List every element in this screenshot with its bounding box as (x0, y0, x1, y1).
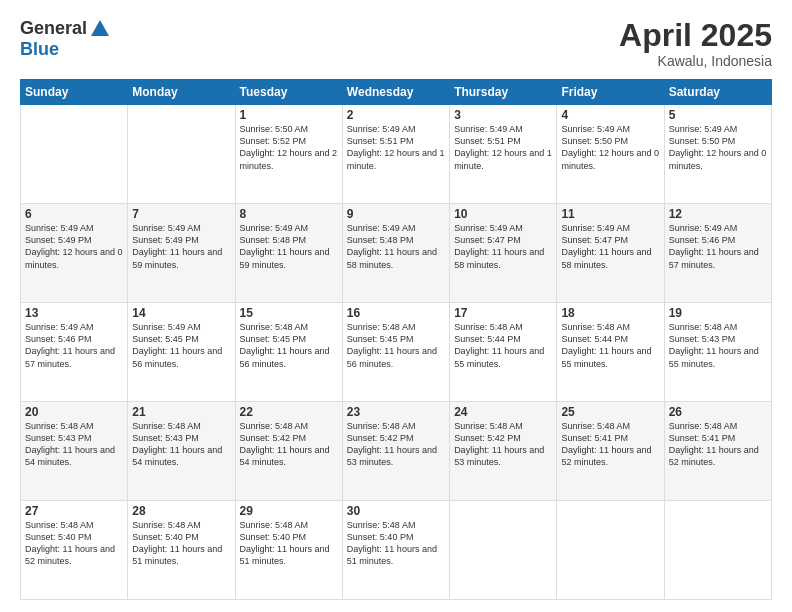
calendar-cell: 28Sunrise: 5:48 AM Sunset: 5:40 PM Dayli… (128, 501, 235, 600)
cell-text: Sunrise: 5:48 AM Sunset: 5:40 PM Dayligh… (240, 519, 338, 568)
day-number: 18 (561, 306, 659, 320)
calendar-cell: 2Sunrise: 5:49 AM Sunset: 5:51 PM Daylig… (342, 105, 449, 204)
calendar-cell: 1Sunrise: 5:50 AM Sunset: 5:52 PM Daylig… (235, 105, 342, 204)
cell-text: Sunrise: 5:48 AM Sunset: 5:40 PM Dayligh… (132, 519, 230, 568)
calendar-cell (557, 501, 664, 600)
weekday-header-row: SundayMondayTuesdayWednesdayThursdayFrid… (21, 80, 772, 105)
calendar-cell: 14Sunrise: 5:49 AM Sunset: 5:45 PM Dayli… (128, 303, 235, 402)
day-number: 27 (25, 504, 123, 518)
day-number: 12 (669, 207, 767, 221)
cell-text: Sunrise: 5:48 AM Sunset: 5:41 PM Dayligh… (669, 420, 767, 469)
cell-text: Sunrise: 5:48 AM Sunset: 5:44 PM Dayligh… (454, 321, 552, 370)
calendar-cell: 17Sunrise: 5:48 AM Sunset: 5:44 PM Dayli… (450, 303, 557, 402)
calendar-cell: 13Sunrise: 5:49 AM Sunset: 5:46 PM Dayli… (21, 303, 128, 402)
calendar-cell: 9Sunrise: 5:49 AM Sunset: 5:48 PM Daylig… (342, 204, 449, 303)
cell-text: Sunrise: 5:49 AM Sunset: 5:45 PM Dayligh… (132, 321, 230, 370)
calendar-cell: 3Sunrise: 5:49 AM Sunset: 5:51 PM Daylig… (450, 105, 557, 204)
calendar-cell: 21Sunrise: 5:48 AM Sunset: 5:43 PM Dayli… (128, 402, 235, 501)
cell-text: Sunrise: 5:49 AM Sunset: 5:50 PM Dayligh… (561, 123, 659, 172)
weekday-header-saturday: Saturday (664, 80, 771, 105)
cell-text: Sunrise: 5:48 AM Sunset: 5:43 PM Dayligh… (669, 321, 767, 370)
day-number: 14 (132, 306, 230, 320)
day-number: 13 (25, 306, 123, 320)
day-number: 4 (561, 108, 659, 122)
cell-text: Sunrise: 5:48 AM Sunset: 5:42 PM Dayligh… (240, 420, 338, 469)
calendar-cell: 6Sunrise: 5:49 AM Sunset: 5:49 PM Daylig… (21, 204, 128, 303)
calendar-cell: 30Sunrise: 5:48 AM Sunset: 5:40 PM Dayli… (342, 501, 449, 600)
day-number: 3 (454, 108, 552, 122)
day-number: 5 (669, 108, 767, 122)
day-number: 30 (347, 504, 445, 518)
calendar-week-row: 20Sunrise: 5:48 AM Sunset: 5:43 PM Dayli… (21, 402, 772, 501)
calendar-cell: 7Sunrise: 5:49 AM Sunset: 5:49 PM Daylig… (128, 204, 235, 303)
cell-text: Sunrise: 5:49 AM Sunset: 5:49 PM Dayligh… (132, 222, 230, 271)
calendar-cell: 8Sunrise: 5:49 AM Sunset: 5:48 PM Daylig… (235, 204, 342, 303)
cell-text: Sunrise: 5:49 AM Sunset: 5:46 PM Dayligh… (25, 321, 123, 370)
cell-text: Sunrise: 5:48 AM Sunset: 5:40 PM Dayligh… (347, 519, 445, 568)
calendar-cell: 12Sunrise: 5:49 AM Sunset: 5:46 PM Dayli… (664, 204, 771, 303)
calendar-cell: 5Sunrise: 5:49 AM Sunset: 5:50 PM Daylig… (664, 105, 771, 204)
weekday-header-thursday: Thursday (450, 80, 557, 105)
calendar-week-row: 13Sunrise: 5:49 AM Sunset: 5:46 PM Dayli… (21, 303, 772, 402)
calendar-cell (664, 501, 771, 600)
day-number: 10 (454, 207, 552, 221)
page: General Blue April 2025 Kawalu, Indonesi… (0, 0, 792, 612)
calendar-cell (21, 105, 128, 204)
cell-text: Sunrise: 5:49 AM Sunset: 5:47 PM Dayligh… (561, 222, 659, 271)
cell-text: Sunrise: 5:49 AM Sunset: 5:50 PM Dayligh… (669, 123, 767, 172)
logo: General Blue (20, 18, 111, 60)
day-number: 23 (347, 405, 445, 419)
cell-text: Sunrise: 5:48 AM Sunset: 5:40 PM Dayligh… (25, 519, 123, 568)
weekday-header-tuesday: Tuesday (235, 80, 342, 105)
day-number: 22 (240, 405, 338, 419)
calendar-cell (450, 501, 557, 600)
calendar-cell: 11Sunrise: 5:49 AM Sunset: 5:47 PM Dayli… (557, 204, 664, 303)
calendar-week-row: 6Sunrise: 5:49 AM Sunset: 5:49 PM Daylig… (21, 204, 772, 303)
day-number: 25 (561, 405, 659, 419)
cell-text: Sunrise: 5:49 AM Sunset: 5:48 PM Dayligh… (347, 222, 445, 271)
cell-text: Sunrise: 5:48 AM Sunset: 5:42 PM Dayligh… (347, 420, 445, 469)
calendar-cell: 16Sunrise: 5:48 AM Sunset: 5:45 PM Dayli… (342, 303, 449, 402)
calendar-cell: 25Sunrise: 5:48 AM Sunset: 5:41 PM Dayli… (557, 402, 664, 501)
logo-icon (89, 18, 111, 40)
cell-text: Sunrise: 5:49 AM Sunset: 5:51 PM Dayligh… (454, 123, 552, 172)
location: Kawalu, Indonesia (619, 53, 772, 69)
calendar-cell: 29Sunrise: 5:48 AM Sunset: 5:40 PM Dayli… (235, 501, 342, 600)
day-number: 1 (240, 108, 338, 122)
cell-text: Sunrise: 5:48 AM Sunset: 5:42 PM Dayligh… (454, 420, 552, 469)
logo-general: General (20, 19, 87, 39)
day-number: 26 (669, 405, 767, 419)
weekday-header-sunday: Sunday (21, 80, 128, 105)
calendar-cell: 27Sunrise: 5:48 AM Sunset: 5:40 PM Dayli… (21, 501, 128, 600)
calendar-cell: 20Sunrise: 5:48 AM Sunset: 5:43 PM Dayli… (21, 402, 128, 501)
cell-text: Sunrise: 5:49 AM Sunset: 5:46 PM Dayligh… (669, 222, 767, 271)
month-title: April 2025 (619, 18, 772, 53)
title-block: April 2025 Kawalu, Indonesia (619, 18, 772, 69)
calendar-cell: 15Sunrise: 5:48 AM Sunset: 5:45 PM Dayli… (235, 303, 342, 402)
calendar-week-row: 27Sunrise: 5:48 AM Sunset: 5:40 PM Dayli… (21, 501, 772, 600)
day-number: 11 (561, 207, 659, 221)
day-number: 8 (240, 207, 338, 221)
day-number: 29 (240, 504, 338, 518)
calendar-cell: 10Sunrise: 5:49 AM Sunset: 5:47 PM Dayli… (450, 204, 557, 303)
calendar-cell: 22Sunrise: 5:48 AM Sunset: 5:42 PM Dayli… (235, 402, 342, 501)
svg-marker-0 (91, 20, 109, 36)
cell-text: Sunrise: 5:48 AM Sunset: 5:45 PM Dayligh… (240, 321, 338, 370)
logo-blue: Blue (20, 40, 111, 60)
header: General Blue April 2025 Kawalu, Indonesi… (20, 18, 772, 69)
calendar-cell: 26Sunrise: 5:48 AM Sunset: 5:41 PM Dayli… (664, 402, 771, 501)
weekday-header-friday: Friday (557, 80, 664, 105)
calendar-cell: 19Sunrise: 5:48 AM Sunset: 5:43 PM Dayli… (664, 303, 771, 402)
cell-text: Sunrise: 5:48 AM Sunset: 5:43 PM Dayligh… (25, 420, 123, 469)
calendar-cell: 24Sunrise: 5:48 AM Sunset: 5:42 PM Dayli… (450, 402, 557, 501)
weekday-header-monday: Monday (128, 80, 235, 105)
cell-text: Sunrise: 5:48 AM Sunset: 5:41 PM Dayligh… (561, 420, 659, 469)
calendar-week-row: 1Sunrise: 5:50 AM Sunset: 5:52 PM Daylig… (21, 105, 772, 204)
day-number: 20 (25, 405, 123, 419)
day-number: 7 (132, 207, 230, 221)
cell-text: Sunrise: 5:48 AM Sunset: 5:45 PM Dayligh… (347, 321, 445, 370)
calendar-table: SundayMondayTuesdayWednesdayThursdayFrid… (20, 79, 772, 600)
day-number: 21 (132, 405, 230, 419)
calendar-cell (128, 105, 235, 204)
cell-text: Sunrise: 5:49 AM Sunset: 5:51 PM Dayligh… (347, 123, 445, 172)
